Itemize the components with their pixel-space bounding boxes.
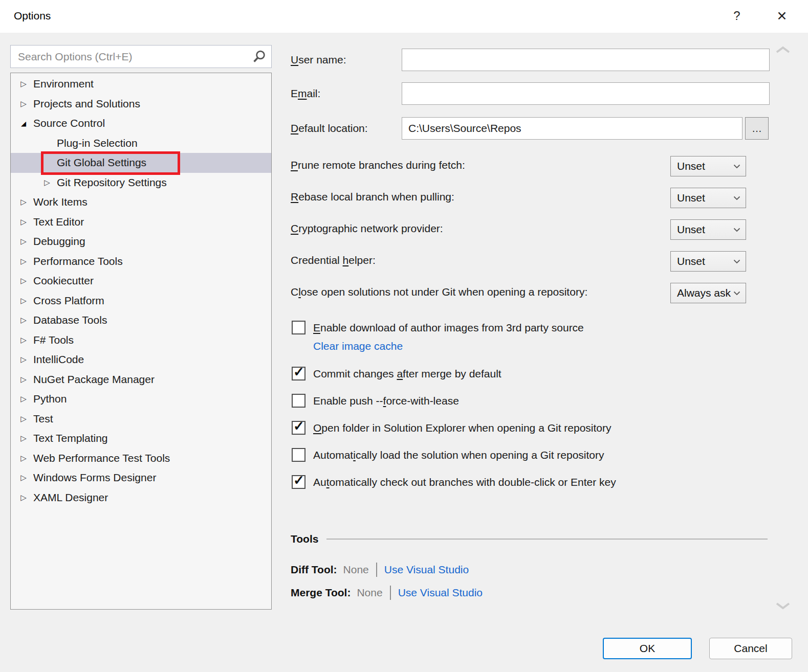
expander-collapsed-icon[interactable]: ▷ [19, 237, 28, 246]
expander-collapsed-icon[interactable]: ▷ [19, 355, 28, 364]
sidebar-item-nuget-package-manager[interactable]: ▷NuGet Package Manager [11, 370, 271, 390]
sidebar-item-performance-tools[interactable]: ▷Performance Tools [11, 252, 271, 272]
open-folder-solution-explorer-checkbox[interactable]: ✓ Open folder in Solution Explorer when … [292, 421, 612, 435]
rebase-local-branch-label: Rebase local branch when pulling: [291, 191, 454, 203]
search-box [10, 45, 272, 68]
sidebar-item-cross-platform[interactable]: ▷Cross Platform [11, 291, 271, 311]
sidebar-item-git-global-settings[interactable]: Git Global Settings [11, 153, 271, 173]
scroll-down-chevron-icon[interactable] [776, 602, 790, 612]
cryptographic-network-provider-dropdown[interactable]: Unset [670, 219, 746, 240]
expander-collapsed-icon[interactable]: ▷ [19, 99, 28, 108]
tools-title: Tools [291, 533, 318, 545]
divider [376, 563, 377, 577]
cryptographic-network-provider-label: Cryptographic network provider: [291, 222, 443, 235]
sidebar-item-intellicode[interactable]: ▷IntelliCode [11, 350, 271, 370]
enable-push-force-with-lease-checkbox[interactable]: Enable push --force-with-lease [292, 394, 459, 408]
sidebar-item-text-editor[interactable]: ▷Text Editor [11, 212, 271, 232]
tools-section-header: Tools [291, 533, 768, 545]
sidebar-item-projects-and-solutions[interactable]: ▷Projects and Solutions [11, 94, 271, 114]
prune-remote-branches-dropdown[interactable]: Unset [670, 156, 746, 176]
checkbox-unchecked[interactable] [292, 448, 305, 462]
expander-collapsed-icon[interactable]: ▷ [19, 394, 28, 404]
diff-tool-row: Diff Tool: None Use Visual Studio [291, 563, 469, 577]
close-open-solutions-dropdown[interactable]: Always ask [670, 283, 746, 303]
scroll-up-chevron-icon[interactable] [776, 46, 790, 55]
diff-tool-current: None [343, 564, 369, 576]
chevron-down-icon [733, 259, 746, 264]
merge-tool-label: Merge Tool: [291, 587, 351, 599]
checkmark-icon: ✓ [293, 418, 304, 434]
sidebar-item-xaml-designer[interactable]: ▷XAML Designer [11, 488, 271, 508]
dialog-body: ▷Environment ▷Projects and Solutions ◢So… [0, 33, 808, 672]
auto-load-solution-checkbox[interactable]: Automatically load the solution when ope… [292, 448, 604, 462]
divider [390, 586, 391, 600]
default-location-field[interactable] [402, 117, 743, 140]
rebase-local-branch-dropdown[interactable]: Unset [670, 188, 746, 208]
dialog-title: Options [14, 10, 51, 22]
sidebar-item-environment[interactable]: ▷Environment [11, 74, 271, 94]
sidebar-item-test[interactable]: ▷Test [11, 409, 271, 429]
expander-collapsed-icon[interactable]: ▷ [19, 375, 28, 384]
credential-helper-label: Credential helper: [291, 254, 376, 266]
close-open-solutions-label: Close open solutions not under Git when … [291, 286, 587, 298]
clear-image-cache-link[interactable]: Clear image cache [313, 340, 403, 352]
default-location-label: Default location: [291, 122, 368, 135]
expander-collapsed-icon[interactable]: ▷ [19, 493, 28, 502]
chevron-down-icon [733, 291, 746, 296]
sidebar-item-work-items[interactable]: ▷Work Items [11, 192, 271, 212]
sidebar-item-windows-forms-designer[interactable]: ▷Windows Forms Designer [11, 468, 271, 488]
prune-remote-branches-label: Prune remote branches during fetch: [291, 159, 465, 171]
checkbox-unchecked[interactable] [292, 394, 305, 408]
commit-after-merge-checkbox[interactable]: ✓ Commit changes after merge by default [292, 367, 501, 380]
checkbox-checked[interactable]: ✓ [292, 421, 305, 435]
auto-checkout-branches-checkbox[interactable]: ✓ Automatically check out branches with … [292, 475, 616, 489]
expander-collapsed-icon[interactable]: ▷ [19, 473, 28, 482]
expander-collapsed-icon[interactable]: ▷ [19, 296, 28, 305]
search-icon [251, 49, 267, 68]
expander-collapsed-icon[interactable]: ▷ [19, 414, 28, 423]
user-name-field[interactable] [402, 49, 770, 71]
expander-collapsed-icon[interactable]: ▷ [19, 79, 28, 88]
enable-author-images-checkbox[interactable]: Enable download of author images from 3r… [292, 321, 584, 334]
help-icon[interactable]: ? [727, 5, 747, 27]
expander-collapsed-icon[interactable]: ▷ [19, 454, 28, 463]
sidebar-item-fsharp-tools[interactable]: ▷F# Tools [11, 330, 271, 350]
checkbox-checked[interactable]: ✓ [292, 475, 305, 489]
expander-collapsed-icon[interactable]: ▷ [19, 434, 28, 443]
merge-tool-use-visual-studio-link[interactable]: Use Visual Studio [398, 587, 483, 599]
sidebar-item-cookiecutter[interactable]: ▷Cookiecutter [11, 271, 271, 291]
sidebar-item-web-performance-test-tools[interactable]: ▷Web Performance Test Tools [11, 449, 271, 468]
sidebar-item-text-templating[interactable]: ▷Text Templating [11, 429, 271, 449]
search-input[interactable] [11, 46, 248, 68]
expander-collapsed-icon[interactable]: ▷ [42, 178, 52, 187]
expander-collapsed-icon[interactable]: ▷ [19, 257, 28, 266]
section-divider [326, 539, 768, 540]
sidebar-item-plug-in-selection[interactable]: Plug-in Selection [11, 133, 271, 153]
cancel-button[interactable]: Cancel [709, 638, 792, 659]
checkmark-icon: ✓ [293, 364, 304, 380]
expander-collapsed-icon[interactable]: ▷ [19, 197, 28, 207]
sidebar-item-git-repository-settings[interactable]: ▷Git Repository Settings [11, 173, 271, 193]
sidebar-item-python[interactable]: ▷Python [11, 389, 271, 409]
expander-collapsed-icon[interactable]: ▷ [19, 217, 28, 227]
expander-collapsed-icon[interactable]: ▷ [19, 276, 28, 285]
email-field[interactable] [402, 82, 770, 105]
title-bar: Options ? ✕ [0, 0, 808, 33]
sidebar-item-source-control[interactable]: ◢Source Control [11, 114, 271, 133]
sidebar-item-database-tools[interactable]: ▷Database Tools [11, 310, 271, 330]
credential-helper-dropdown[interactable]: Unset [670, 251, 746, 272]
close-icon[interactable]: ✕ [770, 4, 794, 28]
merge-tool-row: Merge Tool: None Use Visual Studio [291, 586, 483, 600]
email-label: Email: [291, 87, 320, 100]
expander-expanded-icon[interactable]: ◢ [19, 120, 28, 127]
browse-button[interactable]: … [745, 117, 769, 140]
user-name-label: User name: [291, 54, 346, 66]
checkbox-checked[interactable]: ✓ [292, 367, 305, 380]
expander-collapsed-icon[interactable]: ▷ [19, 316, 28, 325]
expander-collapsed-icon[interactable]: ▷ [19, 335, 28, 345]
diff-tool-use-visual-studio-link[interactable]: Use Visual Studio [384, 564, 469, 576]
sidebar-item-debugging[interactable]: ▷Debugging [11, 232, 271, 252]
checkbox-unchecked[interactable] [292, 321, 305, 334]
diff-tool-label: Diff Tool: [291, 564, 337, 576]
ok-button[interactable]: OK [603, 638, 692, 659]
